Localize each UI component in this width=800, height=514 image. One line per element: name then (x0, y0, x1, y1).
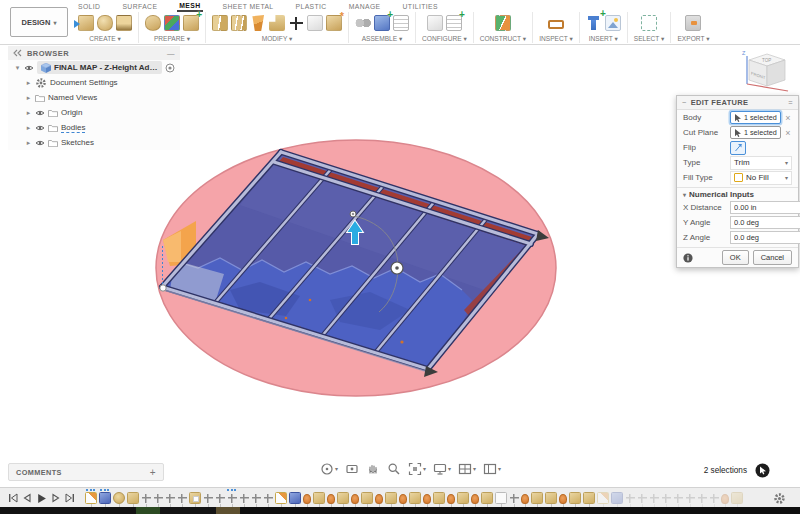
remesh-icon[interactable] (212, 15, 228, 31)
timeline-settings-gear-icon[interactable] (773, 492, 786, 505)
move-feature-icon[interactable] (709, 493, 719, 503)
move-feature-icon[interactable] (697, 493, 707, 503)
box-feature-icon[interactable] (433, 492, 445, 504)
y-angle-input[interactable] (730, 216, 800, 229)
orange-feature-icon[interactable] (375, 494, 383, 504)
box-feature-icon[interactable] (583, 492, 595, 504)
create-mesh-cylinder-icon[interactable] (97, 15, 113, 31)
construction-plane-icon[interactable] (495, 15, 511, 31)
orange-feature-icon[interactable] (351, 494, 359, 504)
toolbar-group-label[interactable]: EXPORT ▾ (677, 35, 709, 43)
face-groups-icon[interactable] (164, 15, 180, 31)
toolbar-group-label[interactable]: CONSTRUCT ▾ (480, 35, 526, 43)
fill-type-dropdown[interactable]: No Fill ▾ (730, 171, 792, 185)
browser-root-item[interactable]: ▾ FINAL MAP - Z-Height Adjusted... (8, 60, 180, 75)
eye-icon[interactable] (35, 109, 45, 117)
reduce-icon[interactable] (231, 15, 247, 31)
move-feature-icon[interactable] (153, 493, 163, 503)
view-cube[interactable]: Z TOP FRONT (740, 46, 792, 100)
white-feature-icon[interactable] (495, 492, 507, 504)
zoom-icon[interactable] (387, 462, 401, 476)
move-copy-icon[interactable] (288, 15, 304, 31)
go-to-end-button[interactable] (65, 493, 75, 503)
orange-feature-icon[interactable] (721, 494, 729, 504)
toolbar-group-label[interactable]: CONFIGURE ▾ (422, 35, 467, 43)
measure-icon[interactable] (548, 20, 564, 29)
tab-solid[interactable]: SOLID (76, 2, 102, 11)
orange-feature-icon[interactable] (559, 494, 567, 504)
move-feature-icon[interactable] (203, 493, 213, 503)
collapse-panel-icon[interactable] (13, 49, 23, 57)
configuration-table-icon[interactable] (446, 15, 462, 31)
box-feature-icon[interactable] (337, 492, 349, 504)
drag-handle-icon[interactable]: = (788, 98, 793, 107)
sketch-feature-icon[interactable] (597, 492, 609, 504)
export-icon[interactable] (685, 15, 701, 31)
orbit-icon[interactable]: ▾ (320, 462, 338, 476)
selection-tool-icon[interactable] (755, 463, 770, 478)
add-comment-button[interactable]: + (150, 467, 156, 478)
browser-item-origin[interactable]: ▸ Origin (8, 105, 180, 120)
clear-selection-icon[interactable]: × (784, 113, 792, 123)
activate-component-radio[interactable] (165, 63, 175, 73)
body-selection-button[interactable]: 1 selected (730, 111, 781, 124)
flip-button[interactable] (730, 141, 746, 155)
sketch-feature-icon[interactable] (85, 492, 97, 504)
browser-item-document-settings[interactable]: ▸ Document Settings (8, 75, 180, 90)
toolbar-group-label[interactable]: CREATE ▾ (89, 35, 120, 43)
tab-sheet-metal[interactable]: SHEET METAL (221, 2, 276, 11)
minimize-panel-icon[interactable]: — (167, 49, 175, 58)
move-feature-icon[interactable] (227, 493, 237, 503)
go-to-start-button[interactable] (8, 493, 18, 503)
type-dropdown[interactable]: Trim ▾ (730, 156, 792, 170)
box-feature-icon[interactable] (127, 492, 139, 504)
numerical-inputs-section[interactable]: ▾ Numerical Inputs (677, 187, 798, 200)
create-mesh-plane-icon[interactable] (116, 15, 132, 31)
move-feature-icon[interactable] (251, 493, 261, 503)
orange-feature-icon[interactable] (327, 494, 335, 504)
eye-icon[interactable] (35, 124, 45, 132)
plane-cut-icon[interactable] (269, 15, 285, 31)
mesh-feature-icon[interactable] (99, 492, 111, 504)
chevron-right-icon[interactable]: ▸ (25, 94, 32, 102)
box-feature-icon[interactable] (731, 492, 743, 504)
move-feature-icon[interactable] (165, 493, 175, 503)
insert-canvas-icon[interactable] (605, 15, 621, 31)
step-forward-button[interactable] (51, 493, 61, 503)
toolbar-group-label[interactable]: SELECT ▾ (634, 35, 665, 43)
chevron-right-icon[interactable]: ▸ (25, 109, 32, 117)
move-feature-icon[interactable] (649, 493, 659, 503)
round-feature-icon[interactable] (113, 492, 125, 504)
generate-face-groups-icon[interactable] (183, 15, 199, 31)
step-back-button[interactable] (22, 493, 32, 503)
select-window-icon[interactable] (641, 15, 657, 31)
orange-feature-icon[interactable] (521, 494, 529, 504)
display-settings-icon[interactable]: ▾ (433, 462, 451, 476)
grid-layout-icon[interactable]: ▾ (458, 462, 476, 476)
dialog-header[interactable]: − EDIT FEATURE = (677, 96, 798, 110)
toolbar-group-label[interactable]: MODIFY ▾ (262, 35, 293, 43)
box-feature-icon[interactable] (545, 492, 557, 504)
z-angle-input[interactable] (730, 231, 800, 244)
chevron-down-icon[interactable]: ▾ (14, 64, 21, 72)
move-feature-icon[interactable] (239, 493, 249, 503)
workspace-switcher[interactable]: DESIGN ▾ (10, 7, 68, 37)
browser-item-sketches[interactable]: ▸ Sketches (8, 135, 180, 150)
bom-table-icon[interactable] (393, 15, 409, 31)
erase-and-fill-icon[interactable] (250, 15, 266, 31)
mesh-feature-icon[interactable] (611, 492, 623, 504)
comments-panel[interactable]: COMMENTS + (8, 463, 164, 481)
tab-surface[interactable]: SURFACE (120, 2, 159, 11)
toolbar-group-label[interactable]: INSPECT ▾ (539, 35, 573, 43)
box-feature-icon[interactable] (569, 492, 581, 504)
box-feature-icon[interactable] (481, 492, 493, 504)
move-feature-icon[interactable] (685, 493, 695, 503)
joint-icon[interactable] (355, 15, 371, 31)
play-button[interactable] (36, 493, 47, 504)
delete-faces-icon[interactable] (307, 15, 323, 31)
move-feature-icon[interactable] (625, 493, 635, 503)
move-feature-icon[interactable] (141, 493, 151, 503)
toolbar-group-label[interactable]: ASSEMBLE ▾ (362, 35, 403, 43)
eye-icon[interactable] (35, 139, 45, 147)
move-feature-icon[interactable] (509, 493, 519, 503)
